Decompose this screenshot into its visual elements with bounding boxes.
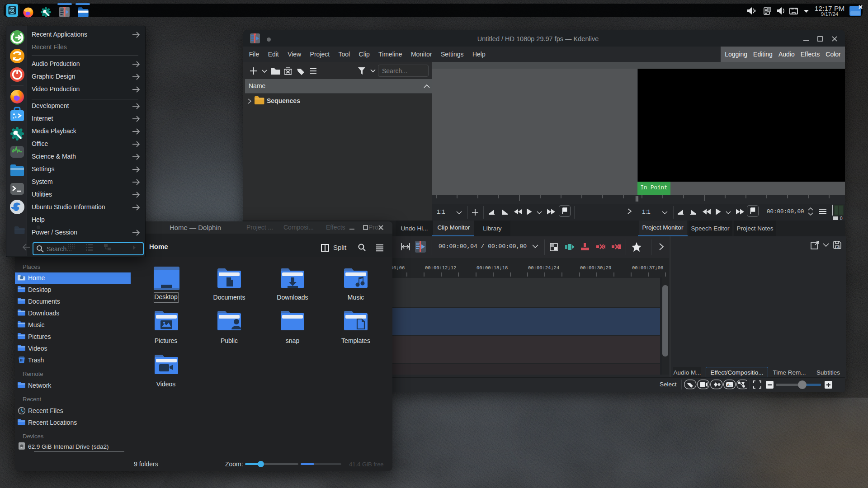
- svg-text:A: A: [837, 245, 840, 249]
- svg-text:A..: A..: [727, 383, 732, 387]
- svg-text:0: 0: [840, 216, 843, 220]
